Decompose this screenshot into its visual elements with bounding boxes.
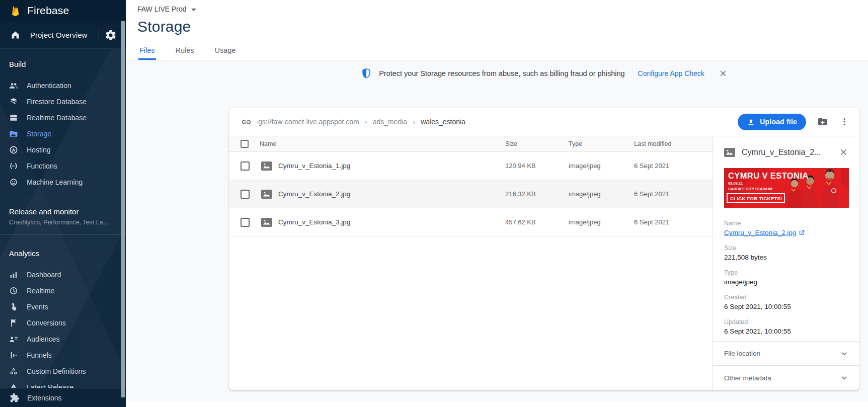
sidebar-item-label: Authentication: [27, 82, 71, 90]
banner-close-icon[interactable]: [719, 69, 728, 78]
file-name: Cymru_v_Estonia_2.jpg: [278, 190, 350, 198]
sidebar-scrollbar[interactable]: [121, 21, 125, 397]
field-label: Updated: [724, 318, 848, 327]
divider: [0, 234, 126, 235]
sidebar-item-authentication[interactable]: Authentication: [0, 77, 126, 94]
dashboard-icon: [9, 270, 19, 280]
extensions-label: Extensions: [27, 394, 61, 402]
table-header: Name Size Type Last modified: [229, 136, 713, 152]
sidebar-item-storage[interactable]: Storage: [0, 126, 126, 142]
sidebar-item-functions[interactable]: Functions: [0, 158, 126, 174]
upload-file-button[interactable]: Upload file: [738, 114, 806, 130]
page-title: Storage: [126, 18, 868, 35]
column-header-size[interactable]: Size: [505, 140, 569, 147]
tab-rules[interactable]: Rules: [175, 43, 195, 60]
table-row-selected[interactable]: Cymru_v_Estonia_2.jpg 216.32 KB image/jp…: [229, 180, 713, 208]
clock-icon: [9, 286, 19, 296]
image-file-icon: [261, 218, 272, 227]
sidebar-item-extensions[interactable]: Extensions: [0, 388, 126, 407]
image-file-icon: [724, 148, 735, 157]
file-preview-image[interactable]: CYMRU V ESTONIA 08.09.21 CARDIFF CITY ST…: [724, 168, 849, 208]
field-updated: Updated 6 Sept 2021, 10:00:55: [724, 318, 848, 336]
column-header-name[interactable]: Name: [260, 140, 505, 147]
more-vert-icon[interactable]: [839, 116, 849, 128]
sidebar-item-label: Dashboard: [27, 271, 61, 279]
sidebar-item-label: Conversions: [27, 319, 66, 327]
sidebar-item-label: Funnels: [27, 351, 52, 359]
file-size: 216.32 KB: [505, 190, 569, 198]
app-check-banner: Protect your Storage resources from abus…: [229, 60, 859, 79]
audiences-icon: [9, 334, 19, 344]
sidebar-item-firestore-database[interactable]: Firestore Database: [0, 94, 126, 110]
firebase-brand[interactable]: Firebase: [0, 0, 126, 21]
latest-release-icon: [9, 382, 19, 388]
sidebar-item-label: Hosting: [27, 146, 50, 154]
funnels-icon: [9, 350, 19, 360]
open-in-new-icon[interactable]: [798, 229, 805, 236]
sidebar-item-dashboard[interactable]: Dashboard: [0, 267, 126, 283]
sidebar-item-label: Custom Definitions: [27, 367, 86, 375]
link-icon: [241, 117, 252, 127]
sidebar-nav: Build Authentication Firestore Database …: [0, 49, 126, 388]
sidebar-item-hosting[interactable]: Hosting: [0, 142, 126, 158]
section-release-subtitle: Crashlytics, Performance, Test La...: [0, 219, 126, 226]
tab-files[interactable]: Files: [138, 43, 156, 60]
row-checkbox[interactable]: [241, 190, 250, 199]
chevron-right-icon: ›: [413, 118, 415, 126]
sidebar-item-machine-learning[interactable]: Machine Learning: [0, 174, 126, 190]
divider: [0, 199, 126, 199]
app-check-shield-icon: [361, 68, 372, 79]
sidebar-item-custom-definitions[interactable]: Custom Definitions: [0, 363, 126, 379]
sidebar-item-label: Audiences: [27, 335, 59, 343]
row-checkbox[interactable]: [241, 161, 250, 171]
sidebar-item-events[interactable]: Events: [0, 299, 126, 315]
details-title: Cymru_v_Estonia_2...: [742, 148, 832, 157]
storage-icon: [9, 129, 19, 139]
breadcrumb-current: wales_estonia: [421, 118, 465, 126]
upload-icon: [747, 118, 755, 126]
file-name: Cymru_v_Estonia_3.jpg: [278, 218, 350, 226]
file-size: 120.94 KB: [505, 162, 569, 170]
content-area: Protect your Storage resources from abus…: [126, 60, 868, 401]
select-all-checkbox[interactable]: [241, 140, 249, 148]
sidebar-item-conversions[interactable]: Conversions: [0, 315, 126, 331]
sidebar-item-project-overview[interactable]: Project Overview: [0, 21, 126, 49]
sidebar-item-latest-release[interactable]: Latest Release: [0, 379, 126, 388]
sidebar-item-realtime[interactable]: Realtime: [0, 283, 126, 299]
field-type: Type image/jpeg: [724, 269, 848, 287]
project-selector-label: FAW LIVE Prod: [137, 5, 187, 13]
column-header-modified[interactable]: Last modified: [634, 140, 713, 147]
machine-learning-icon: [9, 177, 19, 187]
table-row[interactable]: Cymru_v_Estonia_3.jpg 457.62 KB image/jp…: [229, 208, 713, 236]
flag-icon: [9, 318, 19, 328]
chevron-down-icon: [839, 373, 849, 383]
file-table: Name Size Type Last modified Cymru_v_Est…: [229, 136, 713, 390]
sidebar-item-realtime-database[interactable]: Realtime Database: [0, 110, 126, 126]
accordion-other-metadata[interactable]: Other metadata: [713, 365, 859, 390]
breadcrumb-folder[interactable]: ads_media: [373, 118, 408, 126]
table-row[interactable]: Cymru_v_Estonia_1.jpg 120.94 KB image/jp…: [229, 152, 713, 180]
browser-toolbar: gs://faw-comet-live.appspot.com › ads_me…: [229, 108, 859, 136]
close-icon[interactable]: [839, 147, 848, 157]
section-build-label: Build: [0, 60, 126, 68]
image-file-icon: [261, 161, 272, 171]
sidebar-item-label: Machine Learning: [27, 178, 83, 186]
column-header-type[interactable]: Type: [569, 140, 634, 147]
create-folder-icon[interactable]: [817, 116, 829, 128]
sidebar-item-label: Storage: [27, 130, 51, 138]
file-name-link[interactable]: Cymru_v_Estonia_2.jpg: [724, 228, 796, 237]
sidebar-item-funnels[interactable]: Funnels: [0, 347, 126, 363]
accordion-file-location[interactable]: File location: [713, 341, 859, 365]
configure-app-check-link[interactable]: Configure App Check: [638, 69, 704, 77]
gear-icon[interactable]: [105, 29, 117, 41]
image-file-icon: [261, 190, 272, 199]
breadcrumb-bucket[interactable]: gs://faw-comet-live.appspot.com: [258, 118, 359, 126]
row-checkbox[interactable]: [241, 218, 250, 227]
preview-date: 08.09.21: [728, 181, 743, 186]
sidebar-item-audiences[interactable]: Audiences: [0, 331, 126, 347]
tab-usage[interactable]: Usage: [214, 43, 237, 60]
file-details-panel: Cymru_v_Estonia_2...: [713, 136, 859, 390]
section-release-label[interactable]: Release and monitor: [0, 207, 126, 216]
project-selector[interactable]: FAW LIVE Prod: [126, 0, 196, 13]
divider: [99, 28, 99, 42]
